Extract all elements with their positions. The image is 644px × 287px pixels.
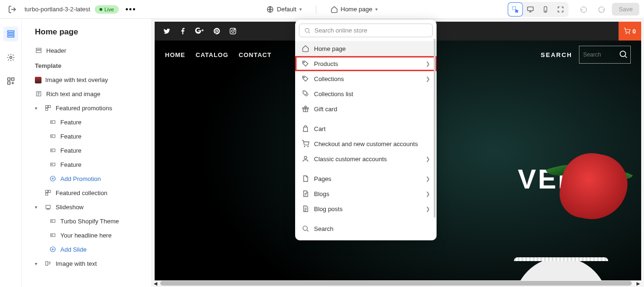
scroll-left-icon[interactable]: ◀ [154, 281, 157, 286]
scroll-thumb[interactable] [160, 281, 632, 286]
svg-point-35 [51, 221, 52, 221]
block-icon [49, 147, 57, 154]
sidebar-label: Add Promotion [60, 175, 101, 182]
search-icon[interactable] [619, 49, 628, 59]
mobile-view-button[interactable] [538, 3, 553, 16]
globe-icon [266, 6, 274, 13]
exit-button[interactable] [5, 2, 20, 17]
plus-circle-icon [49, 175, 57, 182]
popover-item[interactable]: Cart [295, 121, 437, 136]
sidebar-item-featured-collection[interactable]: Featured collection [25, 186, 149, 200]
sidebar-item-turbo-theme[interactable]: Turbo Shopify Theme [25, 214, 149, 228]
popover-item[interactable]: Home page [295, 41, 437, 56]
popover-item[interactable]: Blogs ❯ [295, 186, 437, 201]
nav-link-home[interactable]: HOME [165, 51, 185, 58]
search-icon [302, 225, 309, 232]
chevron-down-icon: ▾ [299, 7, 302, 12]
block-icon [49, 132, 57, 140]
topbar: turbo-portland-3-2-latest Live ••• Defau… [0, 0, 644, 19]
image-text-icon [44, 260, 52, 267]
sections-tab[interactable] [3, 26, 18, 41]
app-embeds-tab[interactable] [3, 74, 18, 89]
popover-item[interactable]: Checkout and new customer accounts [295, 136, 437, 151]
grid-icon [44, 189, 52, 197]
svg-point-41 [231, 30, 234, 32]
sidebar-item-image-overlay[interactable]: Image with text overlay [25, 73, 149, 87]
post-icon [302, 205, 309, 213]
svg-point-43 [626, 33, 627, 34]
locale-label: Default [277, 6, 296, 13]
sidebar-label: Feature [60, 161, 82, 168]
popover-item[interactable]: Classic customer accounts ❯ [295, 151, 437, 166]
inspector-button[interactable] [508, 3, 522, 16]
horizontal-scrollbar[interactable]: ◀ ▶ [152, 280, 642, 286]
popover-item-label: Checkout and new customer accounts [314, 140, 418, 148]
svg-rect-16 [49, 106, 51, 108]
svg-rect-28 [49, 190, 51, 193]
sidebar-item-header[interactable]: Header [25, 43, 149, 57]
cart-count: 0 [632, 28, 636, 35]
cart-icon [624, 28, 630, 34]
cart-icon [302, 140, 309, 148]
page-selector[interactable]: Home page ▾ [330, 6, 378, 13]
twitter-icon[interactable] [163, 27, 171, 35]
popover-item[interactable]: Pages ❯ [295, 171, 437, 186]
strawberry-icon [556, 148, 632, 225]
save-button[interactable]: Save [612, 3, 639, 16]
google-plus-icon[interactable] [195, 27, 205, 34]
chevron-right-icon: ❯ [426, 156, 430, 162]
svg-point-46 [305, 28, 309, 32]
cart-button[interactable]: 0 [619, 22, 641, 41]
slide-icon [49, 217, 57, 225]
popover-item[interactable]: Password [295, 236, 437, 240]
svg-rect-18 [50, 121, 55, 123]
sidebar-item-feature[interactable]: Feature [25, 143, 149, 157]
svg-point-19 [51, 122, 52, 123]
svg-rect-5 [8, 31, 14, 32]
theme-settings-tab[interactable] [3, 50, 18, 65]
add-promotion-button[interactable]: Add Promotion [25, 172, 149, 186]
svg-point-21 [51, 136, 52, 137]
svg-rect-24 [50, 163, 55, 166]
block-icon [49, 161, 57, 168]
home-icon [330, 6, 338, 13]
svg-point-48 [304, 77, 305, 78]
redo-button[interactable] [594, 2, 609, 17]
scroll-right-icon[interactable]: ▶ [636, 281, 640, 286]
more-icon: ••• [125, 5, 136, 14]
sidebar-item-feature[interactable]: Feature [25, 129, 149, 143]
sidebar-item-image-with-text[interactable]: ▾ Image with text [25, 256, 149, 271]
sidebar-item-feature[interactable]: Feature [25, 157, 149, 172]
popover-item[interactable]: Products ❯ [295, 56, 437, 71]
popover-item[interactable]: Collections list [295, 86, 437, 101]
popover-item[interactable]: Gift card [295, 101, 437, 116]
sidebar-item-rich-text[interactable]: Rich text and image [25, 87, 149, 101]
sidebar-item-headline[interactable]: Your headline here [25, 228, 149, 242]
svg-rect-13 [36, 50, 41, 53]
fullscreen-view-button[interactable] [553, 3, 568, 16]
locale-selector[interactable]: Default ▾ [266, 6, 301, 13]
live-label: Live [104, 7, 114, 12]
add-slide-button[interactable]: Add Slide [25, 242, 149, 256]
sidebar-item-featured-promotions[interactable]: ▾ Featured promotions [25, 101, 149, 115]
popover-item[interactable]: Blog posts ❯ [295, 201, 437, 216]
instagram-icon[interactable] [229, 27, 237, 35]
sidebar-item-feature[interactable]: Feature [25, 115, 149, 129]
popover-search[interactable]: Search online store [299, 24, 433, 37]
desktop-view-button[interactable] [523, 3, 537, 16]
lock-icon [302, 240, 309, 240]
scrollbar-thumb[interactable] [434, 39, 436, 218]
popover-item[interactable]: Collections ❯ [295, 71, 437, 86]
nav-link-contact[interactable]: CONTACT [239, 51, 272, 58]
nav-link-catalog[interactable]: CATALOG [196, 51, 228, 58]
pinterest-icon[interactable] [213, 27, 221, 35]
plus-circle-icon [49, 246, 57, 253]
popover-item[interactable]: Search [295, 221, 437, 236]
sidebar-item-slideshow[interactable]: ▾ Slideshow [25, 200, 149, 214]
more-menu-button[interactable]: ••• [124, 2, 139, 17]
svg-rect-15 [46, 106, 48, 108]
facebook-icon[interactable] [179, 27, 187, 35]
taglist-icon [302, 90, 309, 98]
undo-button[interactable] [576, 2, 591, 17]
sidebar[interactable]: Home page Header Template Image with tex… [22, 19, 152, 287]
